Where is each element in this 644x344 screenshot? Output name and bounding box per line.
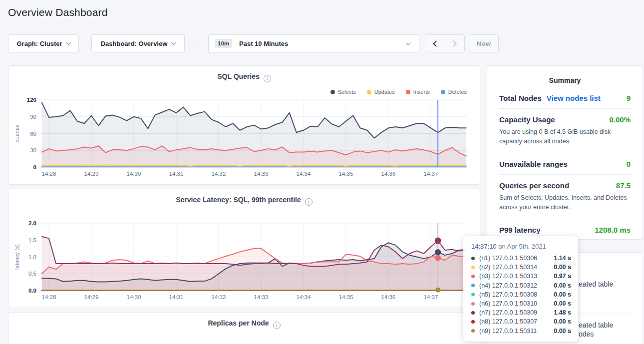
series-area-Selects — [42, 103, 466, 167]
time-step-buttons — [425, 34, 465, 52]
summary-row-label: Unavailable ranges — [499, 160, 568, 168]
chevron-down-icon — [66, 40, 71, 45]
service-latency-chart-canvas[interactable]: 14:2814:2914:3014:3114:3214:3314:3414:35… — [8, 189, 481, 309]
chevron-down-icon — [171, 40, 176, 45]
y-tick-label: 60 — [30, 131, 36, 137]
tooltip-row: (n5) 127.0.0.1:503080.00 s — [471, 290, 571, 299]
y-axis-title: latency (s) — [14, 244, 20, 270]
x-tick-label: 14:28 — [42, 171, 56, 177]
chevron-left-icon — [433, 40, 439, 47]
tooltip-node-address: (n2) 127.0.0.1:50314 — [479, 264, 554, 271]
sql-queries-chart-card: SQL Queriesi SelectsUpdatesInsertsDelete… — [8, 65, 480, 185]
x-tick-label: 14:37 — [424, 171, 438, 177]
replicas-chart-title-row: Replicas per Nodei — [8, 319, 480, 329]
view-nodes-list-link[interactable]: View nodes list — [547, 94, 601, 102]
time-step-back-button[interactable] — [425, 35, 445, 52]
summary-row-value: 87.5 — [616, 181, 631, 190]
summary-row-unavailable-ranges: Unavailable ranges 0 — [499, 153, 631, 174]
time-step-forward-button-disabled[interactable] — [445, 35, 465, 52]
dashboard-selector-dropdown[interactable]: Dashboard: Overview — [91, 34, 185, 52]
y-tick-label: 1.5 — [28, 237, 36, 243]
y-tick-label: 0.0 — [28, 288, 36, 294]
summary-row-value: 0 — [627, 160, 631, 168]
time-range-label: Past 10 Minutes — [239, 40, 288, 47]
tooltip-row: (n7) 127.0.0.1:503091.48 s — [471, 308, 571, 317]
hover-point-dot — [435, 288, 440, 293]
tooltip-node-address: (n1) 127.0.0.1:50306 — [479, 255, 554, 262]
page-title: Overview Dashboard — [8, 6, 108, 18]
node-color-dot — [471, 293, 475, 296]
x-tick-label: 14:34 — [297, 171, 311, 177]
hover-point-dot — [435, 238, 441, 244]
tooltip-timestamp: 14:37:10 on Apr 5th, 2021 — [471, 243, 571, 250]
x-tick-label: 14:36 — [381, 171, 396, 177]
tooltip-node-address: (n4) 127.0.0.1:50312 — [479, 282, 554, 289]
y-axis-title: queries — [14, 124, 20, 143]
graph-selector-dropdown[interactable]: Graph: Cluster — [8, 34, 79, 52]
y-tick-label: 0 — [33, 164, 36, 170]
tooltip-node-address: (n8) 127.0.0.1:50307 — [479, 318, 554, 325]
tooltip-node-address: (n3) 127.0.0.1:50313 — [479, 273, 554, 280]
chevron-right-icon — [450, 40, 457, 47]
summary-row-value: 0.00% — [609, 115, 631, 124]
tooltip-row: (n6) 127.0.0.1:503100.00 s — [471, 299, 571, 308]
node-color-dot — [471, 320, 475, 324]
summary-panel-title: Summary — [487, 66, 643, 84]
x-tick-label: 14:30 — [127, 171, 141, 177]
x-tick-label: 14:29 — [84, 294, 99, 300]
node-color-dot — [471, 275, 475, 278]
toolbar-divider — [198, 35, 198, 52]
x-tick-label: 14:31 — [169, 294, 184, 300]
info-icon[interactable]: i — [273, 322, 281, 329]
tooltip-row: (n9) 127.0.0.1:503110.00 s — [471, 327, 571, 336]
graph-selector-label: Graph: Cluster — [16, 40, 62, 47]
tooltip-row: (n3) 127.0.0.1:503130.97 s — [471, 272, 571, 281]
y-tick-label: 30 — [30, 147, 36, 153]
tooltip-rows: (n1) 127.0.0.1:503061.14 s(n2) 127.0.0.1… — [471, 254, 571, 336]
y-tick-label: 2.0 — [28, 220, 36, 226]
node-color-dot — [471, 311, 475, 315]
chevron-down-icon — [406, 40, 411, 45]
replicas-per-node-chart-card: Replicas per Nodei — [8, 312, 480, 344]
tooltip-node-value: 1.14 s — [554, 255, 571, 262]
summary-row-caption: Sum of Selects, Updates, Inserts, and De… — [499, 193, 631, 213]
tooltip-node-value: 0.00 s — [554, 264, 571, 271]
tooltip-node-value: 0.97 s — [554, 273, 571, 280]
hover-point-dot — [435, 249, 441, 255]
event-text-fragment: eated table — [579, 321, 613, 329]
tooltip-node-address: (n5) 127.0.0.1:50308 — [479, 291, 554, 298]
node-color-dot — [471, 284, 475, 287]
sql-queries-chart-canvas[interactable]: 14:2814:2914:3014:3114:3214:3314:3414:35… — [8, 66, 481, 185]
x-tick-label: 14:28 — [42, 294, 56, 300]
tooltip-row: (n1) 127.0.0.1:503061.14 s — [471, 254, 571, 263]
chart-hover-tooltip: 14:37:10 on Apr 5th, 2021 (n1) 127.0.0.1… — [463, 236, 578, 342]
x-tick-label: 14:37 — [424, 294, 438, 300]
y-tick-label: 120 — [27, 97, 36, 103]
time-range-dropdown[interactable]: 10m Past 10 Minutes — [208, 34, 419, 52]
node-color-dot — [471, 266, 475, 269]
tooltip-row: (n8) 127.0.0.1:503070.00 s — [471, 317, 571, 326]
x-tick-label: 14:29 — [84, 171, 99, 177]
x-tick-label: 14:32 — [212, 171, 226, 177]
tooltip-row: (n2) 127.0.0.1:503140.00 s — [471, 263, 571, 272]
x-tick-label: 14:35 — [339, 294, 353, 300]
overview-dashboard-page: Overview Dashboard Graph: Cluster Dashbo… — [0, 0, 644, 344]
y-tick-label: 0.5 — [28, 271, 36, 277]
x-tick-label: 14:30 — [127, 294, 141, 300]
y-tick-label: 90 — [30, 114, 36, 120]
summary-row-total-nodes: Total Nodes View nodes list 9 — [499, 87, 631, 108]
tooltip-node-value: 0.00 s — [554, 300, 571, 307]
hover-point-dot — [435, 255, 441, 261]
x-tick-label: 14:34 — [297, 294, 311, 300]
tooltip-time: 14:37:10 — [471, 243, 497, 250]
tooltip-node-address: (n9) 127.0.0.1:50311 — [479, 328, 554, 335]
now-button[interactable]: Now — [469, 34, 499, 52]
x-tick-label: 14:33 — [254, 171, 269, 177]
y-tick-label: 1.0 — [28, 254, 36, 260]
tooltip-node-value: 0.00 s — [554, 318, 571, 325]
x-tick-label: 14:32 — [212, 294, 226, 300]
x-tick-label: 14:33 — [254, 294, 269, 300]
event-text-fragment: odes — [579, 330, 594, 338]
node-color-dot — [471, 257, 475, 260]
summary-row-label: P99 latency — [499, 226, 541, 234]
